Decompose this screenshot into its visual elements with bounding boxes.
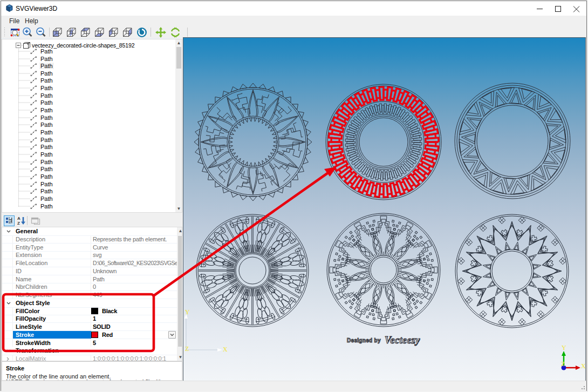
svg-text:X: X bbox=[223, 346, 228, 353]
svg-text:Designed by: Designed by bbox=[347, 337, 381, 343]
svg-text:Z: Z bbox=[17, 221, 20, 226]
svg-text:Z: Z bbox=[185, 345, 189, 353]
svg-text:Y: Y bbox=[562, 344, 566, 352]
svg-text:Vecteezy: Vecteezy bbox=[385, 335, 420, 346]
svg-text:Y: Y bbox=[185, 308, 190, 316]
svg-text:X: X bbox=[581, 362, 585, 370]
svg-text:Z: Z bbox=[561, 360, 565, 368]
